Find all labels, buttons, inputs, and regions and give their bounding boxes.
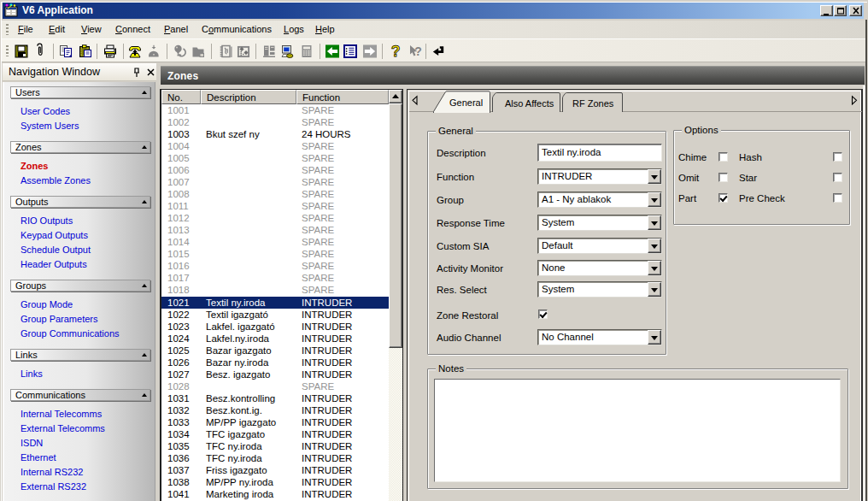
svg-text:?: ? xyxy=(391,44,401,58)
svg-text:?: ? xyxy=(414,44,422,58)
